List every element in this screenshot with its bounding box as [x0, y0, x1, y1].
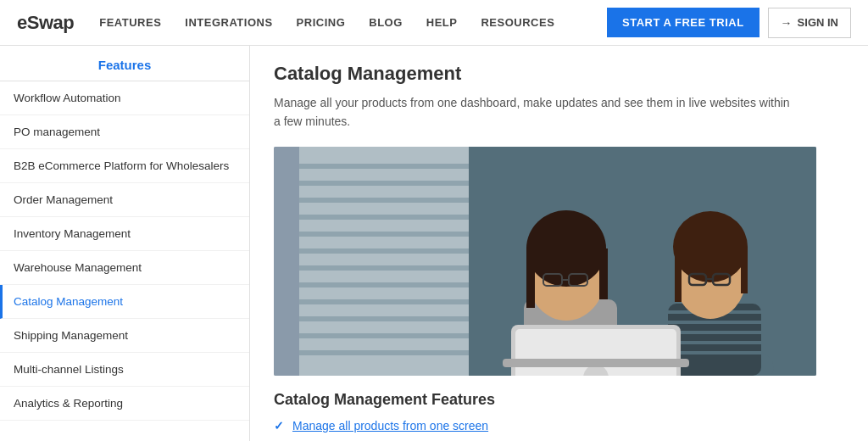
- start-trial-button[interactable]: START A FREE TRIAL: [607, 8, 760, 37]
- svg-rect-2: [299, 164, 469, 169]
- sidebar-item-workflow-automation[interactable]: Workflow Automation: [0, 81, 249, 115]
- svg-point-32: [673, 211, 748, 282]
- header: eSwap FEATURES INTEGRATIONS PRICING BLOG…: [0, 0, 868, 46]
- sidebar-item-analytics-reporting[interactable]: Analytics & Reporting: [0, 387, 249, 421]
- svg-point-18: [526, 210, 606, 287]
- svg-rect-13: [299, 350, 469, 355]
- page-title: Catalog Management: [274, 63, 844, 85]
- svg-rect-33: [675, 247, 682, 302]
- svg-rect-11: [299, 316, 469, 321]
- nav-features[interactable]: FEATURES: [99, 16, 161, 29]
- sidebar-heading: Features: [0, 46, 249, 81]
- sidebar: Features Workflow Automation PO manageme…: [0, 46, 250, 441]
- sign-in-button[interactable]: → SIGN IN: [768, 8, 851, 38]
- sidebar-item-b2b-ecommerce[interactable]: B2B eCommerce Platform for Wholesalers: [0, 149, 249, 183]
- sidebar-item-po-management[interactable]: PO management: [0, 115, 249, 149]
- content-image: [274, 147, 816, 376]
- sidebar-item-catalog-management[interactable]: Catalog Management: [0, 285, 249, 319]
- nav-integrations[interactable]: INTEGRATIONS: [185, 16, 272, 29]
- svg-rect-34: [741, 247, 748, 293]
- svg-rect-5: [299, 215, 469, 220]
- sidebar-item-inventory-management[interactable]: Inventory Management: [0, 217, 249, 251]
- feature-item-0: ✓ Manage all products from one screen: [274, 419, 844, 433]
- header-actions: START A FREE TRIAL → SIGN IN: [607, 8, 851, 38]
- svg-rect-3: [299, 181, 469, 186]
- svg-rect-19: [526, 248, 535, 308]
- svg-rect-41: [503, 359, 689, 367]
- svg-rect-20: [599, 248, 608, 299]
- features-title: Catalog Management Features: [274, 391, 844, 409]
- nav-pricing[interactable]: PRICING: [297, 16, 346, 29]
- nav-help[interactable]: HELP: [426, 16, 458, 29]
- feature-link-0[interactable]: Manage all products from one screen: [292, 419, 488, 433]
- svg-rect-7: [299, 248, 469, 254]
- svg-rect-12: [299, 333, 469, 338]
- svg-rect-9: [299, 282, 469, 287]
- nav-resources[interactable]: RESOURCES: [481, 16, 554, 29]
- main-layout: Features Workflow Automation PO manageme…: [0, 46, 868, 441]
- content-area: Catalog Management Manage all your produ…: [250, 46, 868, 441]
- sidebar-item-shipping-management[interactable]: Shipping Management: [0, 319, 249, 353]
- svg-rect-10: [299, 299, 469, 304]
- sidebar-item-warehouse-management[interactable]: Warehouse Management: [0, 251, 249, 285]
- signin-label: SIGN IN: [798, 16, 838, 29]
- logo-text: eSwap: [17, 12, 74, 33]
- sidebar-item-multichannel-listings[interactable]: Multi-channel Listings: [0, 353, 249, 387]
- svg-rect-4: [299, 198, 469, 203]
- nav: FEATURES INTEGRATIONS PRICING BLOG HELP …: [99, 16, 607, 29]
- signin-icon: →: [781, 16, 793, 30]
- checkmark-icon: ✓: [274, 419, 284, 433]
- nav-blog[interactable]: BLOG: [369, 16, 403, 29]
- page-description: Manage all your products from one dashbo…: [274, 93, 799, 131]
- logo[interactable]: eSwap: [17, 12, 74, 34]
- svg-rect-6: [299, 232, 469, 237]
- svg-rect-8: [299, 265, 469, 271]
- sidebar-item-order-management[interactable]: Order Management: [0, 183, 249, 217]
